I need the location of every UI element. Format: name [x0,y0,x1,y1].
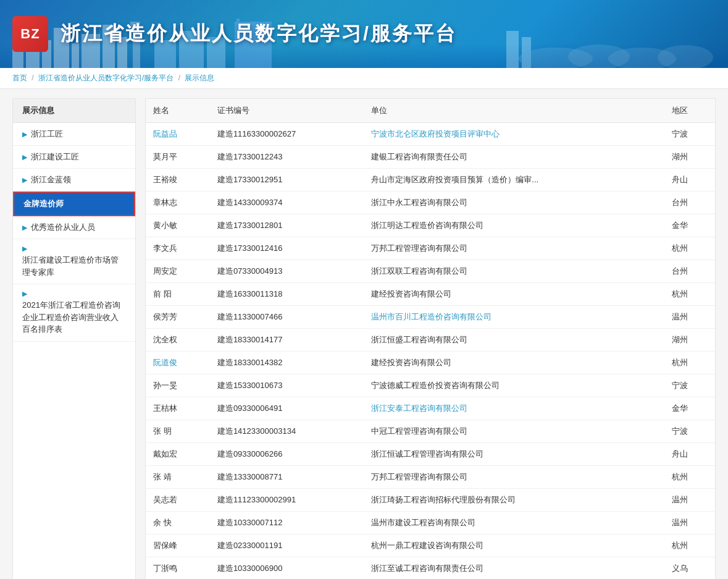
sidebar-label-ranking: 2021年浙江省工程造价咨询企业工程造价咨询营业收入百名排序表 [22,299,126,336]
table-row: 丁浙鸣建造10330006900浙江至诚工程咨询有限责任公司义乌 [146,557,715,580]
cell-name[interactable]: 阮益品 [146,123,210,146]
cell-company: 浙江至诚工程咨询有限责任公司 [364,557,664,580]
cell-region: 温州 [664,306,715,329]
cell-cert: 建造17330012801 [210,214,364,237]
content-area: 姓名 证书编号 单位 地区 阮益品建造11163300002627宁波市北仑区政… [145,98,716,579]
table-row: 吴志若建造11123300002991浙江琦扬工程咨询招标代理股份有限公司温州 [146,489,715,512]
cell-cert: 建造09330006491 [210,397,364,420]
cell-cert: 建造18330014382 [210,352,364,374]
cell-region: 杭州 [664,535,715,557]
cell-region: 杭州 [664,352,715,374]
cell-name: 戴如宏 [146,443,210,466]
col-header-company: 单位 [364,99,664,123]
breadcrumb-home[interactable]: 首页 [12,74,27,82]
cell-region: 宁波 [664,420,715,443]
table-row: 张 明建造14123300003134中冠工程管理咨询有限公司宁波 [146,420,715,443]
svg-rect-19 [506,31,519,68]
cell-cert: 建造11163300002627 [210,123,364,146]
cell-region: 温州 [664,512,715,535]
table-row: 周安定建造07330004913浙江双联工程咨询有限公司台州 [146,260,715,283]
cell-region: 舟山 [664,443,715,466]
cell-cert: 建造10330007112 [210,512,364,535]
cell-region: 舟山 [664,169,715,192]
cell-company[interactable]: 浙江安泰工程咨询有限公司 [364,397,664,420]
cell-name: 张 靖 [146,466,210,489]
cell-name: 侯芳芳 [146,306,210,329]
table-header-row: 姓名 证书编号 单位 地区 [146,99,715,123]
cell-region: 义乌 [664,557,715,580]
sidebar-label-market: 浙江省建设工程造价市场管理专家库 [22,254,126,278]
cell-company: 浙江恒盛工程咨询有限公司 [364,329,664,352]
cell-cert: 建造14123300003134 [210,420,364,443]
sidebar-label-blue-collar: 浙江金蓝领 [31,174,71,185]
cell-company: 建经投资咨询有限公司 [364,352,664,374]
cell-name: 前 阳 [146,283,210,306]
table-row: 沈全权建造18330014177浙江恒盛工程咨询有限公司湖州 [146,329,715,352]
cell-region: 温州 [664,489,715,512]
cell-name: 丁浙鸣 [146,557,210,580]
cell-name: 王桔林 [146,397,210,420]
sidebar-item-construction[interactable]: ▶ 浙江建设工匠 [13,146,135,169]
cell-company: 温州市建设工程咨询有限公司 [364,512,664,535]
sidebar-label-gold-price: 金牌造价师 [23,198,64,209]
arrow-icon-excellent: ▶ [22,224,27,232]
svg-point-18 [658,45,713,68]
cell-region: 金华 [664,397,715,420]
cell-name[interactable]: 阮道俊 [146,352,210,374]
cell-cert: 建造17330012416 [210,237,364,260]
sidebar: 展示信息 ▶ 浙江工匠 ▶ 浙江建设工匠 ▶ 浙江金蓝领 金牌造价师 ▶ 优秀造… [12,98,136,579]
cell-name: 余 快 [146,512,210,535]
header-title: 浙江省造价从业人员数字化学习/服务平台 [61,20,457,48]
sidebar-item-market-experts[interactable]: ▶ 浙江省建设工程造价市场管理专家库 [13,239,135,284]
cell-region: 宁波 [664,374,715,397]
cell-cert: 建造07330004913 [210,260,364,283]
sidebar-item-zhejiang-artisan[interactable]: ▶ 浙江工匠 [13,123,135,146]
cell-company: 万邦工程管理咨询有限公司 [364,237,664,260]
cell-company[interactable]: 宁波市北仑区政府投资项目评审中心 [364,123,664,146]
arrow-icon-construction: ▶ [22,153,27,161]
table-body: 阮益品建造11163300002627宁波市北仑区政府投资项目评审中心宁波莫月平… [146,123,715,580]
sidebar-label-construction: 浙江建设工匠 [31,151,79,163]
cell-name: 沈全权 [146,329,210,352]
cell-company: 宁波德威工程造价投资咨询有限公司 [364,374,664,397]
table-row: 王桔林建造09330006491浙江安泰工程咨询有限公司金华 [146,397,715,420]
cell-region: 台州 [664,260,715,283]
table-row: 黄小敏建造17330012801浙江明达工程造价咨询有限公司金华 [146,214,715,237]
cell-cert: 建造18330014177 [210,329,364,352]
cell-region: 湖州 [664,329,715,352]
cell-region: 湖州 [664,146,715,169]
header-banner: BZ 浙江省造价从业人员数字化学习/服务平台 [0,0,728,68]
sidebar-label-artisan: 浙江工匠 [31,129,63,140]
logo-text: BZ [20,26,40,42]
sidebar-item-gold-price[interactable]: 金牌造价师 [13,192,135,216]
sidebar-item-blue-collar[interactable]: ▶ 浙江金蓝领 [13,169,135,192]
cell-company: 建银工程咨询有限责任公司 [364,146,664,169]
table-row: 戴如宏建造09330006266浙江恒诚工程管理咨询有限公司舟山 [146,443,715,466]
table-row: 王裕竣建造17330012951舟山市定海区政府投资项目预算（造价）编审...舟… [146,169,715,192]
cell-cert: 建造09330006266 [210,443,364,466]
table-row: 習保峰建造02330001191杭州一鼎工程建设咨询有限公司杭州 [146,535,715,557]
breadcrumb-current: 展示信息 [185,74,214,82]
svg-rect-20 [522,37,531,68]
cell-company: 杭州一鼎工程建设咨询有限公司 [364,535,664,557]
cell-company: 浙江双联工程咨询有限公司 [364,260,664,283]
cell-company: 建经投资咨询有限公司 [364,283,664,306]
breadcrumb-platform[interactable]: 浙江省造价从业人员数字化学习/服务平台 [38,74,174,82]
breadcrumb-sep-1: / [31,74,36,82]
sidebar-item-company-ranking[interactable]: ▶ 2021年浙江省工程造价咨询企业工程造价咨询营业收入百名排序表 [13,284,135,342]
table-row: 李文兵建造17330012416万邦工程管理咨询有限公司杭州 [146,237,715,260]
cell-company: 万邦工程管理咨询有限公司 [364,466,664,489]
cell-region: 宁波 [664,123,715,146]
cell-name: 吴志若 [146,489,210,512]
table-row: 余 快建造10330007112温州市建设工程咨询有限公司温州 [146,512,715,535]
cell-company: 浙江琦扬工程咨询招标代理股份有限公司 [364,489,664,512]
cell-region: 台州 [664,192,715,214]
col-header-cert: 证书编号 [210,99,364,123]
col-header-name: 姓名 [146,99,210,123]
sidebar-item-excellent[interactable]: ▶ 优秀造价从业人员 [13,216,135,239]
arrow-icon-blue-collar: ▶ [22,176,27,184]
cell-name: 黄小敏 [146,214,210,237]
cell-company[interactable]: 温州市百川工程造价咨询有限公司 [364,306,664,329]
cell-name: 周安定 [146,260,210,283]
cell-cert: 建造11330007466 [210,306,364,329]
